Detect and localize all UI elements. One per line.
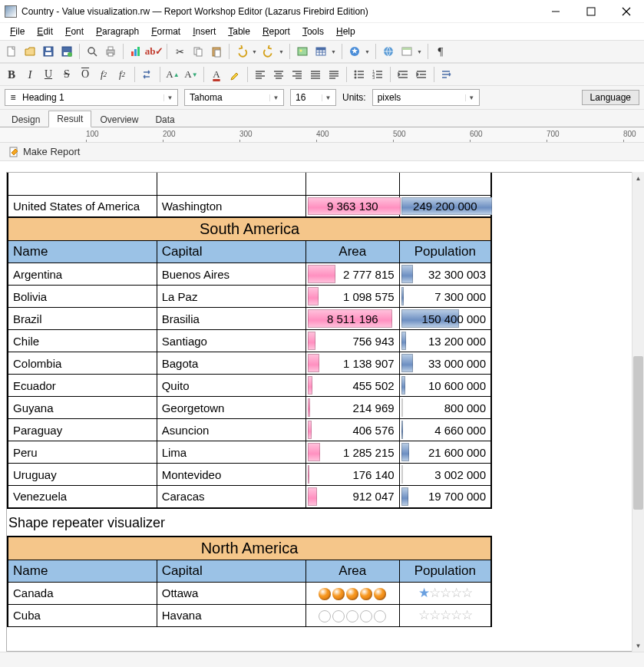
print-button[interactable] — [102, 43, 119, 60]
menu-report[interactable]: Report — [257, 25, 296, 38]
symbol-button[interactable] — [346, 43, 363, 60]
status-bar — [0, 652, 644, 667]
svg-rect-20 — [197, 49, 202, 56]
align-distributed-button[interactable] — [325, 66, 342, 83]
new-button[interactable] — [3, 43, 20, 60]
undo-button[interactable] — [233, 43, 250, 60]
preview-button[interactable] — [84, 43, 101, 60]
scroll-down-icon[interactable]: ▼ — [632, 639, 644, 652]
scrollbar-thumb[interactable] — [633, 356, 643, 510]
chevron-down-icon: ▼ — [163, 94, 176, 101]
image-button[interactable] — [294, 43, 311, 60]
save-button[interactable] — [40, 43, 57, 60]
menu-file[interactable]: File — [5, 25, 30, 38]
value-cell: 8 511 196 — [305, 308, 399, 330]
menu-font[interactable]: Font — [60, 25, 89, 38]
size-combo[interactable]: 16 ▼ — [290, 89, 336, 106]
table-row: GuyanaGeorgetown214 969800 000 — [8, 397, 491, 419]
symbol-dropdown[interactable]: ▼ — [363, 43, 372, 60]
ltr-button[interactable] — [139, 66, 156, 83]
align-center-button[interactable] — [270, 66, 287, 83]
menu-tools[interactable]: Tools — [297, 25, 329, 38]
spellcheck-button[interactable]: ab✓ — [146, 43, 163, 60]
align-left-button[interactable] — [252, 66, 269, 83]
value-cell: 4 660 000 — [399, 419, 491, 441]
bullets-button[interactable] — [351, 66, 368, 83]
font-color-button[interactable]: A — [208, 66, 225, 83]
table-dropdown[interactable]: ▼ — [329, 43, 338, 60]
paste-button[interactable] — [208, 43, 225, 60]
minimize-button[interactable] — [538, 0, 573, 23]
tab-data[interactable]: Data — [147, 111, 183, 127]
fields-button[interactable] — [398, 43, 415, 60]
align-right-button[interactable] — [289, 66, 305, 83]
make-report-button[interactable]: Make Report — [3, 144, 84, 160]
svg-point-35 — [355, 71, 357, 73]
report-viewport[interactable]: United States of AmericaWashington9 363 … — [6, 172, 638, 652]
pilcrow-button[interactable]: ¶ — [432, 43, 449, 60]
value-cell: 1 138 907 — [305, 352, 399, 375]
svg-point-24 — [300, 50, 302, 52]
undo-dropdown[interactable]: ▼ — [250, 43, 259, 60]
menu-insert[interactable]: Insert — [187, 25, 221, 38]
italic-button[interactable]: I — [21, 66, 38, 83]
overline-button[interactable]: O — [77, 66, 94, 83]
tab-overview[interactable]: Overview — [91, 111, 147, 127]
save-as-button[interactable] — [58, 43, 75, 60]
menu-edit[interactable]: Edit — [31, 25, 58, 38]
units-combo[interactable]: pixels ▼ — [372, 89, 480, 106]
svg-line-12 — [94, 53, 97, 56]
language-button[interactable]: Language — [582, 90, 639, 105]
strike-button[interactable]: S — [58, 66, 75, 83]
menu-paragraph[interactable]: Paragraph — [91, 25, 144, 38]
chart-button[interactable] — [127, 43, 144, 60]
menu-help[interactable]: Help — [331, 25, 361, 38]
table-row: BoliviaLa Paz1 098 5757 300 000 — [8, 286, 491, 308]
fields-dropdown[interactable]: ▼ — [415, 43, 424, 60]
cut-button[interactable]: ✂ — [171, 43, 188, 60]
underline-button[interactable]: U — [40, 66, 57, 83]
table-row: United States of AmericaWashington9 363 … — [8, 195, 491, 217]
units-value: pixels — [375, 92, 465, 103]
report-bar: Make Report — [0, 143, 644, 161]
subscript-button[interactable]: f2 — [95, 66, 112, 83]
svg-rect-4 — [8, 47, 15, 56]
table-button[interactable] — [312, 43, 329, 60]
indent-decrease-button[interactable] — [395, 66, 411, 83]
value-cell: 249 200 000 — [399, 195, 491, 217]
tab-row: DesignResultOverviewData — [0, 110, 644, 127]
value-cell: 455 502 — [305, 375, 399, 397]
bold-button[interactable]: B — [3, 66, 20, 83]
copy-button[interactable] — [190, 43, 206, 60]
ruler[interactable]: 100200300400500600700800 — [0, 127, 644, 143]
vertical-scrollbar[interactable]: ▲ ▼ — [632, 172, 644, 652]
align-justify-button[interactable] — [307, 66, 324, 83]
value-cell: 19 700 000 — [399, 486, 491, 508]
table-row: ParaguayAsuncion406 5764 660 000 — [8, 419, 491, 441]
numbering-button[interactable]: 123 — [369, 66, 386, 83]
indent-increase-button[interactable] — [413, 66, 430, 83]
superscript-button[interactable]: f2 — [114, 66, 130, 83]
font-combo[interactable]: Tahoma ▼ — [184, 89, 284, 106]
close-button[interactable] — [609, 0, 644, 23]
column-header: Capital — [157, 560, 305, 582]
redo-button[interactable] — [260, 43, 277, 60]
font-shrink-button[interactable]: A▼ — [183, 66, 200, 83]
style-combo[interactable]: ≡ Heading 1 ▼ — [5, 89, 178, 106]
maximize-button[interactable] — [573, 0, 609, 23]
combo-row: ≡ Heading 1 ▼ Tahoma ▼ 16 ▼ Units: pixel… — [0, 86, 644, 110]
paragraph-ltr-button[interactable] — [438, 66, 455, 83]
menu-format[interactable]: Format — [146, 25, 186, 38]
tab-result[interactable]: Result — [48, 111, 91, 127]
chevron-down-icon: ▼ — [322, 94, 334, 101]
tab-design[interactable]: Design — [3, 111, 48, 127]
hyperlink-button[interactable] — [380, 43, 397, 60]
font-grow-button[interactable]: A▲ — [164, 66, 181, 83]
open-button[interactable] — [21, 43, 38, 60]
scroll-up-icon[interactable]: ▲ — [632, 172, 644, 184]
value-cell: 10 600 000 — [399, 375, 491, 397]
chevron-down-icon: ▼ — [465, 94, 477, 101]
redo-dropdown[interactable]: ▼ — [277, 43, 286, 60]
menu-table[interactable]: Table — [223, 25, 256, 38]
highlight-button[interactable] — [226, 66, 243, 83]
